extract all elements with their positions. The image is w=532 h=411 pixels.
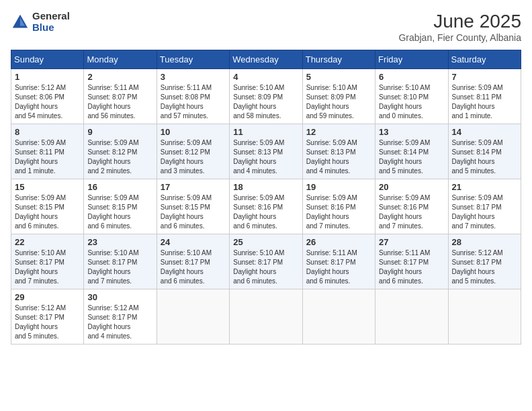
sunset-label: Sunset: 8:17 PM <box>161 259 210 266</box>
day-number: 23 <box>87 237 152 247</box>
col-wednesday: Wednesday <box>230 50 302 69</box>
day-info: Sunrise: 5:09 AM Sunset: 8:15 PM Dayligh… <box>161 193 226 231</box>
sunset-label: Sunset: 8:08 PM <box>161 93 210 101</box>
sunset-label: Sunset: 8:17 PM <box>306 259 356 266</box>
day-info: Sunrise: 5:11 AM Sunset: 8:17 PM Dayligh… <box>306 248 371 286</box>
logo-general: General <box>32 11 70 22</box>
day-cell-15: 15 Sunrise: 5:09 AM Sunset: 8:15 PM Dayl… <box>11 179 84 234</box>
col-monday: Monday <box>84 50 157 69</box>
day-number: 11 <box>233 127 298 137</box>
sunrise-label: Sunrise: 5:10 AM <box>233 249 284 257</box>
title-section: June 2025 Grabjan, Fier County, Albania <box>398 11 521 43</box>
daylight-duration: and 7 minutes. <box>306 222 351 230</box>
logo-blue: Blue <box>32 22 70 34</box>
day-info: Sunrise: 5:09 AM Sunset: 8:11 PM Dayligh… <box>15 138 80 176</box>
day-info: Sunrise: 5:12 AM Sunset: 8:17 PM Dayligh… <box>15 304 80 341</box>
calendar-week-1: 1 Sunrise: 5:12 AM Sunset: 8:06 PM Dayli… <box>11 69 521 124</box>
daylight-label: Daylight hours <box>452 158 495 165</box>
day-cell-28: 28 Sunrise: 5:12 AM Sunset: 8:17 PM Dayl… <box>448 234 521 289</box>
daylight-duration: and 6 minutes. <box>233 277 277 285</box>
day-cell-8: 8 Sunrise: 5:09 AM Sunset: 8:11 PM Dayli… <box>11 124 84 179</box>
day-number: 4 <box>233 72 298 82</box>
day-cell-5: 5 Sunrise: 5:10 AM Sunset: 8:09 PM Dayli… <box>302 69 375 124</box>
daylight-label: Daylight hours <box>161 268 204 275</box>
day-cell-3: 3 Sunrise: 5:11 AM Sunset: 8:08 PM Dayli… <box>157 69 229 124</box>
calendar-table: Sunday Monday Tuesday Wednesday Thursday… <box>11 50 521 345</box>
daylight-label: Daylight hours <box>161 158 204 165</box>
sunset-label: Sunset: 8:17 PM <box>87 259 137 266</box>
day-number: 1 <box>15 72 80 82</box>
sunset-label: Sunset: 8:17 PM <box>15 314 64 321</box>
day-number: 6 <box>379 72 444 82</box>
daylight-label: Daylight hours <box>161 103 204 110</box>
daylight-duration: and 7 minutes. <box>87 277 132 285</box>
day-info: Sunrise: 5:09 AM Sunset: 8:16 PM Dayligh… <box>379 193 444 231</box>
day-info: Sunrise: 5:10 AM Sunset: 8:17 PM Dayligh… <box>87 248 152 286</box>
daylight-label: Daylight hours <box>15 103 58 110</box>
daylight-duration: and 59 minutes. <box>306 112 354 120</box>
calendar-header-row: Sunday Monday Tuesday Wednesday Thursday… <box>11 50 521 69</box>
day-number: 12 <box>306 127 371 137</box>
logo-icon <box>11 13 30 32</box>
day-cell-9: 9 Sunrise: 5:09 AM Sunset: 8:12 PM Dayli… <box>84 124 157 179</box>
col-sunday: Sunday <box>11 50 84 69</box>
sunrise-label: Sunrise: 5:10 AM <box>233 84 284 91</box>
sunrise-label: Sunrise: 5:10 AM <box>15 249 66 257</box>
day-info: Sunrise: 5:09 AM Sunset: 8:16 PM Dayligh… <box>233 193 298 231</box>
day-info: Sunrise: 5:10 AM Sunset: 8:09 PM Dayligh… <box>233 83 298 121</box>
day-cell-24: 24 Sunrise: 5:10 AM Sunset: 8:17 PM Dayl… <box>157 234 229 289</box>
col-saturday: Saturday <box>448 50 521 69</box>
sunrise-label: Sunrise: 5:09 AM <box>379 194 430 201</box>
daylight-label: Daylight hours <box>306 103 349 110</box>
calendar-week-2: 8 Sunrise: 5:09 AM Sunset: 8:11 PM Dayli… <box>11 124 521 179</box>
day-info: Sunrise: 5:12 AM Sunset: 8:17 PM Dayligh… <box>452 248 517 286</box>
sunset-label: Sunset: 8:17 PM <box>452 203 502 211</box>
day-cell-23: 23 Sunrise: 5:10 AM Sunset: 8:17 PM Dayl… <box>84 234 157 289</box>
day-number: 28 <box>452 237 517 247</box>
daylight-label: Daylight hours <box>87 158 130 165</box>
sunset-label: Sunset: 8:16 PM <box>379 203 429 211</box>
day-cell-25: 25 Sunrise: 5:10 AM Sunset: 8:17 PM Dayl… <box>230 234 302 289</box>
day-number: 26 <box>306 237 371 247</box>
day-number: 19 <box>306 182 371 192</box>
sunrise-label: Sunrise: 5:10 AM <box>161 249 212 257</box>
sunset-label: Sunset: 8:12 PM <box>87 148 137 156</box>
day-cell-14: 14 Sunrise: 5:09 AM Sunset: 8:14 PM Dayl… <box>448 124 521 179</box>
day-number: 29 <box>15 292 80 302</box>
day-info: Sunrise: 5:09 AM Sunset: 8:14 PM Dayligh… <box>452 138 517 176</box>
day-number: 13 <box>379 127 444 137</box>
daylight-duration: and 5 minutes. <box>452 167 496 175</box>
sunset-label: Sunset: 8:15 PM <box>15 203 64 211</box>
day-number: 27 <box>379 237 444 247</box>
daylight-duration: and 7 minutes. <box>15 277 59 285</box>
daylight-label: Daylight hours <box>87 103 130 110</box>
daylight-label: Daylight hours <box>161 213 204 220</box>
daylight-duration: and 6 minutes. <box>306 277 351 285</box>
day-cell-16: 16 Sunrise: 5:09 AM Sunset: 8:15 PM Dayl… <box>84 179 157 234</box>
day-cell-18: 18 Sunrise: 5:09 AM Sunset: 8:16 PM Dayl… <box>230 179 302 234</box>
sunrise-label: Sunrise: 5:11 AM <box>379 249 430 257</box>
day-number: 24 <box>161 237 226 247</box>
day-cell-1: 1 Sunrise: 5:12 AM Sunset: 8:06 PM Dayli… <box>11 69 84 124</box>
day-number: 10 <box>161 127 226 137</box>
daylight-label: Daylight hours <box>87 213 130 220</box>
day-cell-6: 6 Sunrise: 5:10 AM Sunset: 8:10 PM Dayli… <box>375 69 448 124</box>
sunset-label: Sunset: 8:06 PM <box>15 93 64 101</box>
daylight-duration: and 3 minutes. <box>161 167 205 175</box>
day-info: Sunrise: 5:12 AM Sunset: 8:17 PM Dayligh… <box>87 304 152 341</box>
daylight-duration: and 4 minutes. <box>87 332 132 340</box>
daylight-duration: and 56 minutes. <box>87 112 135 120</box>
day-number: 7 <box>452 72 517 82</box>
logo: General Blue <box>11 11 70 33</box>
daylight-label: Daylight hours <box>233 103 276 110</box>
day-info: Sunrise: 5:11 AM Sunset: 8:17 PM Dayligh… <box>379 248 444 286</box>
day-info: Sunrise: 5:10 AM Sunset: 8:09 PM Dayligh… <box>306 83 371 121</box>
day-info: Sunrise: 5:10 AM Sunset: 8:17 PM Dayligh… <box>161 248 226 286</box>
day-number: 18 <box>233 182 298 192</box>
sunset-label: Sunset: 8:16 PM <box>233 203 283 211</box>
daylight-duration: and 1 minute. <box>452 112 493 120</box>
day-number: 8 <box>15 127 80 137</box>
day-cell-11: 11 Sunrise: 5:09 AM Sunset: 8:13 PM Dayl… <box>230 124 302 179</box>
day-info: Sunrise: 5:09 AM Sunset: 8:12 PM Dayligh… <box>161 138 226 176</box>
day-info: Sunrise: 5:09 AM Sunset: 8:13 PM Dayligh… <box>306 138 371 176</box>
